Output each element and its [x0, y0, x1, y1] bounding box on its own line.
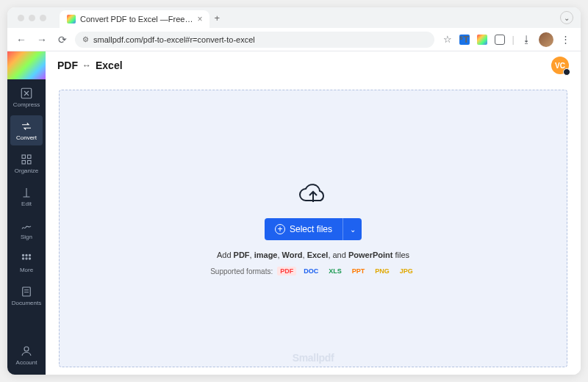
sidebar-item-documents[interactable]: Documents	[10, 281, 43, 311]
svg-rect-3	[22, 161, 26, 165]
title-from: PDF	[57, 60, 78, 71]
chevron-down-icon: ⌄	[350, 226, 356, 234]
avatar-initials: VC	[555, 62, 565, 70]
browser-window: Convert PDF to Excel —Free… × + ⌄ ← → ⟳ …	[7, 7, 581, 375]
svg-point-7	[29, 254, 30, 256]
select-files-button[interactable]: + Select files	[265, 218, 343, 240]
format-badge-ppt: PPT	[349, 267, 368, 275]
sidebar-item-label: Documents	[12, 300, 41, 306]
svg-point-5	[22, 254, 24, 256]
svg-rect-2	[28, 155, 32, 159]
dropzone[interactable]: + Select files ⌄ Add PDF, image, Word, E…	[59, 90, 567, 367]
sidebar-item-more[interactable]: More	[10, 248, 43, 278]
format-badge-pdf: PDF	[277, 267, 296, 275]
user-avatar[interactable]: VC	[551, 57, 569, 74]
format-badge-png: PNG	[372, 267, 392, 275]
svg-rect-1	[22, 155, 26, 159]
reload-button[interactable]: ⟳	[54, 32, 71, 48]
tab-strip: Convert PDF to Excel —Free… × + ⌄	[7, 7, 581, 28]
edit-icon	[20, 186, 33, 199]
account-icon	[20, 345, 33, 358]
format-badge-doc: DOC	[301, 267, 321, 275]
url-text: smallpdf.com/pdf-to-excel#r=convert-to-e…	[93, 35, 255, 44]
select-files-dropdown[interactable]: ⌄	[343, 218, 362, 240]
svg-point-8	[22, 258, 24, 259]
plus-circle-icon: +	[275, 224, 285, 234]
sidebar-item-label: Sign	[21, 234, 32, 240]
content-area: Compress Convert Organize Edit Sign More	[7, 51, 581, 375]
sidebar-item-label: Compress	[13, 101, 40, 108]
sidebar-item-convert[interactable]: Convert	[10, 115, 43, 145]
svg-rect-11	[23, 287, 31, 296]
address-bar: ← → ⟳ ⚙ smallpdf.com/pdf-to-excel#r=conv…	[7, 28, 581, 51]
supported-formats: Supported formats: PDF DOC XLS PPT PNG J…	[210, 267, 416, 275]
sidebar-item-label: Convert	[16, 134, 37, 141]
divider: |	[512, 34, 514, 45]
tab-title: Convert PDF to Excel —Free…	[80, 15, 193, 24]
sign-icon	[20, 219, 33, 232]
sidebar-item-label: Organize	[15, 167, 38, 174]
profile-avatar[interactable]	[539, 32, 553, 47]
page-header: PDF ↔ Excel VC	[46, 51, 581, 79]
select-files-label: Select files	[290, 224, 332, 234]
kebab-menu-icon[interactable]: ⋮	[561, 34, 570, 45]
svg-point-6	[26, 254, 27, 256]
sidebar: Compress Convert Organize Edit Sign More	[7, 51, 46, 375]
extensions-icon[interactable]	[495, 35, 505, 45]
canvas: + Select files ⌄ Add PDF, image, Word, E…	[46, 79, 581, 375]
watermark: Smallpdf	[293, 352, 334, 364]
format-badge-xls: XLS	[326, 267, 345, 275]
cloud-upload-icon	[297, 181, 329, 208]
supported-label: Supported formats:	[210, 267, 273, 275]
more-icon	[20, 252, 33, 265]
app-logo[interactable]	[7, 51, 46, 79]
svg-point-10	[29, 258, 30, 259]
svg-point-9	[26, 258, 27, 259]
main-panel: PDF ↔ Excel VC + Se	[46, 51, 581, 375]
sidebar-item-organize[interactable]: Organize	[10, 148, 43, 179]
sidebar-item-label: Account	[16, 359, 37, 366]
title-to: Excel	[96, 60, 123, 71]
download-icon[interactable]: ⭳	[522, 34, 531, 45]
select-files-group: + Select files ⌄	[265, 218, 362, 240]
sidebar-item-account[interactable]: Account	[10, 340, 43, 370]
sidebar-item-sign[interactable]: Sign	[10, 215, 43, 245]
favicon-icon	[67, 15, 76, 24]
sidebar-item-label: More	[20, 267, 33, 273]
new-tab-button[interactable]: +	[214, 12, 220, 24]
forward-button[interactable]: →	[34, 32, 50, 48]
upload-hint: Add PDF, image, Word, Excel, and PowerPo…	[217, 251, 409, 259]
site-settings-icon[interactable]: ⚙	[82, 35, 89, 43]
page-title: PDF ↔ Excel	[57, 60, 123, 71]
convert-icon	[20, 120, 33, 133]
sidebar-item-label: Edit	[21, 201, 32, 207]
documents-icon	[20, 285, 33, 298]
format-badge-jpg: JPG	[397, 267, 416, 275]
swap-icon: ↔	[82, 60, 91, 71]
compress-icon	[20, 87, 33, 100]
browser-tab[interactable]: Convert PDF to Excel —Free… ×	[60, 10, 209, 28]
close-icon[interactable]: ×	[197, 14, 202, 24]
sidebar-item-edit[interactable]: Edit	[10, 181, 43, 212]
window-controls[interactable]	[13, 15, 51, 21]
organize-icon	[20, 153, 33, 166]
translate-icon[interactable]: ˢT	[459, 35, 470, 45]
svg-rect-4	[28, 161, 32, 165]
tab-overflow-button[interactable]: ⌄	[560, 11, 573, 24]
bookmark-icon[interactable]: ☆	[443, 34, 452, 45]
back-button[interactable]: ←	[13, 32, 29, 48]
url-field[interactable]: ⚙ smallpdf.com/pdf-to-excel#r=convert-to…	[75, 32, 434, 48]
smallpdf-extension-icon[interactable]	[477, 35, 487, 45]
sidebar-item-compress[interactable]: Compress	[10, 82, 43, 112]
svg-point-12	[24, 347, 29, 351]
